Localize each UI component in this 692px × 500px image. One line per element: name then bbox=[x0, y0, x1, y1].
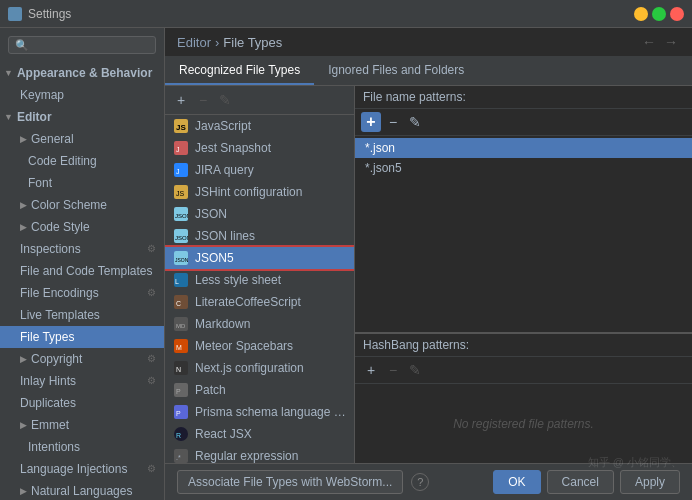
list-item[interactable]: MD Markdown bbox=[165, 313, 354, 335]
svg-text:JSON: JSON bbox=[175, 213, 188, 219]
sidebar-item-color-scheme[interactable]: ▶ Color Scheme bbox=[0, 194, 164, 216]
title-bar: Settings bbox=[0, 0, 692, 28]
sidebar-item-code-editing[interactable]: Code Editing bbox=[0, 150, 164, 172]
list-item[interactable]: JSON JSON lines bbox=[165, 225, 354, 247]
sidebar-item-inspections[interactable]: Inspections ⚙ bbox=[0, 238, 164, 260]
svg-text:JSON5: JSON5 bbox=[175, 257, 188, 263]
edit-file-type-btn[interactable]: ✎ bbox=[215, 90, 235, 110]
list-item[interactable]: J Jest Snapshot bbox=[165, 137, 354, 159]
sidebar-item-keymap[interactable]: Keymap bbox=[0, 84, 164, 106]
sidebar-item-file-code-templates[interactable]: File and Code Templates bbox=[0, 260, 164, 282]
ok-btn[interactable]: OK bbox=[493, 470, 540, 494]
list-item[interactable]: P Prisma schema language (PSL) bbox=[165, 401, 354, 423]
window-title: Settings bbox=[28, 7, 71, 21]
sidebar-item-general[interactable]: ▶ General bbox=[0, 128, 164, 150]
nextjs-icon: N bbox=[173, 360, 189, 376]
pattern-list: *.json *.json5 bbox=[355, 136, 692, 332]
list-item[interactable]: N Next.js configuration bbox=[165, 357, 354, 379]
forward-btn[interactable]: → bbox=[662, 34, 680, 50]
expand-arrow: ▶ bbox=[20, 350, 27, 368]
close-btn[interactable] bbox=[670, 7, 684, 21]
window-controls bbox=[634, 7, 684, 21]
sidebar-item-natural-languages[interactable]: ▶ Natural Languages bbox=[0, 480, 164, 500]
pattern-item[interactable]: *.json5 bbox=[355, 158, 692, 178]
cancel-btn[interactable]: Cancel bbox=[547, 470, 614, 494]
breadcrumb: Editor › File Types ← → bbox=[165, 28, 692, 57]
sidebar-item-live-templates[interactable]: Live Templates bbox=[0, 304, 164, 326]
file-type-label: Next.js configuration bbox=[195, 361, 304, 375]
svg-text:P: P bbox=[176, 388, 181, 395]
sidebar-item-file-types[interactable]: File Types bbox=[0, 326, 164, 348]
list-item[interactable]: JSON JSON bbox=[165, 203, 354, 225]
json-lines-icon: JSON bbox=[173, 228, 189, 244]
add-file-type-btn[interactable]: + bbox=[171, 90, 191, 110]
hashbang-empty-area: No registered file patterns. bbox=[355, 384, 692, 463]
file-type-label: LiterateCoffeeScript bbox=[195, 295, 301, 309]
sidebar-item-label: File Encodings bbox=[20, 284, 99, 302]
file-types-panel: + − ✎ JS JavaScript J bbox=[165, 86, 355, 463]
patterns-section: File name patterns: + − ✎ *.json *.json5 bbox=[355, 86, 692, 333]
svg-text:MD: MD bbox=[176, 323, 186, 329]
expand-arrow: ▶ bbox=[20, 130, 27, 148]
minimize-btn[interactable] bbox=[634, 7, 648, 21]
tab-recognized[interactable]: Recognized File Types bbox=[165, 57, 314, 85]
sidebar-item-file-encodings[interactable]: File Encodings ⚙ bbox=[0, 282, 164, 304]
sidebar-item-emmet[interactable]: ▶ Emmet bbox=[0, 414, 164, 436]
sidebar-item-inlay-hints[interactable]: Inlay Hints ⚙ bbox=[0, 370, 164, 392]
svg-text:C: C bbox=[176, 300, 181, 307]
file-type-label: JavaScript bbox=[195, 119, 251, 133]
search-input[interactable] bbox=[8, 36, 156, 54]
expand-arrow: ▶ bbox=[20, 482, 27, 500]
list-item[interactable]: JS JSHint configuration bbox=[165, 181, 354, 203]
sidebar-item-code-style[interactable]: ▶ Code Style bbox=[0, 216, 164, 238]
sidebar-item-label: Intentions bbox=[28, 438, 80, 456]
hashbang-section: HashBang patterns: + − ✎ No registered f… bbox=[355, 333, 692, 463]
sidebar-item-editor[interactable]: ▼ Editor bbox=[0, 106, 164, 128]
svg-text:J: J bbox=[176, 146, 180, 153]
list-item[interactable]: R React JSX bbox=[165, 423, 354, 445]
list-item[interactable]: JSON5 JSON5 bbox=[165, 247, 354, 269]
breadcrumb-parent[interactable]: Editor bbox=[177, 35, 211, 50]
sidebar-item-intentions[interactable]: Intentions bbox=[0, 436, 164, 458]
list-item[interactable]: C LiterateCoffeeScript bbox=[165, 291, 354, 313]
sidebar-item-language-injections[interactable]: Language Injections ⚙ bbox=[0, 458, 164, 480]
file-types-list: JS JavaScript J Jest Snapshot bbox=[165, 115, 354, 463]
sidebar-item-label: General bbox=[31, 130, 74, 148]
edit-hashbang-btn[interactable]: ✎ bbox=[405, 360, 425, 380]
edit-pattern-btn[interactable]: ✎ bbox=[405, 112, 425, 132]
file-type-label: JSON lines bbox=[195, 229, 255, 243]
sidebar-item-copyright[interactable]: ▶ Copyright ⚙ bbox=[0, 348, 164, 370]
hashbang-empty-text: No registered file patterns. bbox=[453, 417, 594, 431]
apply-btn[interactable]: Apply bbox=[620, 470, 680, 494]
settings-icon4: ⚙ bbox=[147, 372, 156, 390]
list-item[interactable]: JS JavaScript bbox=[165, 115, 354, 137]
jest-icon: J bbox=[173, 140, 189, 156]
sidebar-item-label: Inlay Hints bbox=[20, 372, 76, 390]
list-item[interactable]: J JIRA query bbox=[165, 159, 354, 181]
content-area: Editor › File Types ← → Recognized File … bbox=[165, 28, 692, 500]
add-hashbang-btn[interactable]: + bbox=[361, 360, 381, 380]
list-item[interactable]: L Less style sheet bbox=[165, 269, 354, 291]
sidebar-item-label: Emmet bbox=[31, 416, 69, 434]
tab-ignored[interactable]: Ignored Files and Folders bbox=[314, 57, 478, 85]
back-btn[interactable]: ← bbox=[640, 34, 658, 50]
remove-file-type-btn[interactable]: − bbox=[193, 90, 213, 110]
associate-btn[interactable]: Associate File Types with WebStorm... bbox=[177, 470, 403, 494]
add-pattern-btn[interactable]: + bbox=[361, 112, 381, 132]
sidebar-item-font[interactable]: Font bbox=[0, 172, 164, 194]
svg-text:JS: JS bbox=[176, 190, 185, 197]
list-item[interactable]: M Meteor Spacebars bbox=[165, 335, 354, 357]
hashbang-header: HashBang patterns: bbox=[355, 334, 692, 357]
remove-pattern-btn[interactable]: − bbox=[383, 112, 403, 132]
list-item[interactable]: P Patch bbox=[165, 379, 354, 401]
sidebar-item-label: Code Editing bbox=[28, 152, 97, 170]
list-item[interactable]: .* Regular expression bbox=[165, 445, 354, 463]
maximize-btn[interactable] bbox=[652, 7, 666, 21]
help-icon[interactable]: ? bbox=[411, 473, 429, 491]
bottom-bar: Associate File Types with WebStorm... ? … bbox=[165, 463, 692, 500]
sidebar-item-duplicates[interactable]: Duplicates bbox=[0, 392, 164, 414]
remove-hashbang-btn[interactable]: − bbox=[383, 360, 403, 380]
sidebar-item-appearance[interactable]: ▼ Appearance & Behavior bbox=[0, 62, 164, 84]
sidebar-item-label: Language Injections bbox=[20, 460, 127, 478]
pattern-item[interactable]: *.json bbox=[355, 138, 692, 158]
